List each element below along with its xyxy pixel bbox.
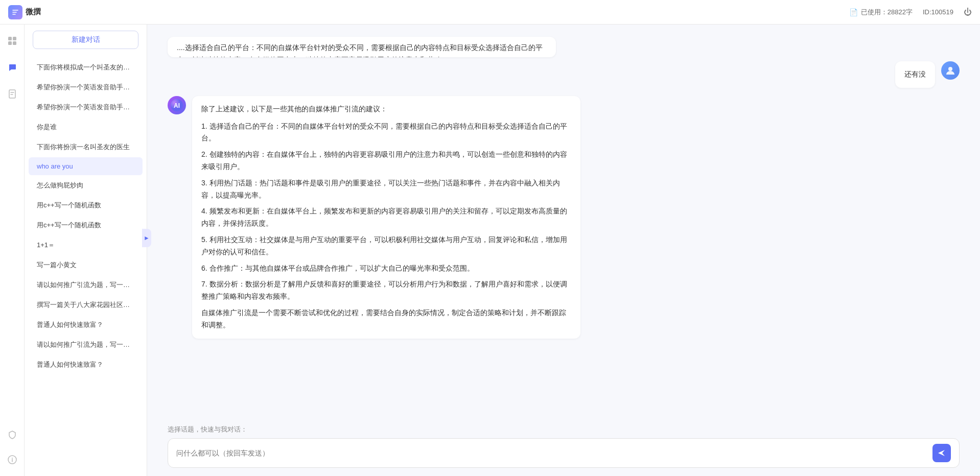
ai-para-6: 6. 合作推广：与其他自媒体平台或品牌合作推广，可以扩大自己的曝光率和受众范围。 — [201, 263, 571, 275]
sidebar-item-15[interactable]: 请以如何推广引流为题，写一篇大纲 — [29, 335, 143, 354]
new-conversation-button[interactable]: 新建对话 — [33, 31, 138, 49]
svg-text:AI: AI — [174, 102, 180, 109]
user-message-bubble: 还有没 — [895, 61, 935, 88]
topbar-logo: 微撰 — [8, 5, 41, 19]
sidebar-item-1[interactable]: 下面你将模拟成一个叫圣友的程序员，我说... — [29, 58, 143, 77]
sidebar-item-10[interactable]: 1+1＝ — [29, 235, 143, 255]
user-id: ID:100519 — [923, 8, 953, 16]
usage-info: 📄 已使用：28822字 — [849, 8, 913, 17]
sidebar: 新建对话 下面你将模拟成一个叫圣友的程序员，我说... 希望你扮演一个英语发音助… — [25, 25, 147, 476]
logo-icon — [8, 5, 22, 19]
ai-para-4: 4. 频繁发布和更新：在自媒体平台上，频繁发布和更新的内容更容易吸引用户的关注和… — [201, 205, 571, 230]
chat-messages: ....选择适合自己的平台：不同的自媒体平台针对的受众不同，需要根据自己的内容特… — [147, 25, 980, 419]
svg-point-7 — [948, 67, 952, 71]
ai-para-8: 自媒体推广引流是一个需要不断尝试和优化的过程，需要结合自身的实际情况，制定合适的… — [201, 307, 571, 331]
usage-text: 已使用：28822字 — [861, 8, 913, 17]
sidebar-item-16[interactable]: 普通人如何快速致富？ — [29, 355, 143, 374]
nav-chat[interactable] — [4, 59, 20, 76]
ai-para-7: 7. 数据分析：数据分析是了解用户反馈和喜好的重要途径，可以分析用户行为和数据，… — [201, 278, 571, 303]
partial-message: ....选择适合自己的平台：不同的自媒体平台针对的受众不同，需要根据自己的内容特… — [147, 33, 980, 57]
sidebar-item-14[interactable]: 普通人如何快速致富？ — [29, 315, 143, 335]
doc-icon: 📄 — [849, 8, 858, 16]
app-title: 微撰 — [26, 7, 41, 17]
sidebar-item-12[interactable]: 请以如何推广引流为题，写一篇大纲 — [29, 275, 143, 295]
sidebar-item-11[interactable]: 写一篇小黄文 — [29, 255, 143, 275]
send-button[interactable] — [932, 444, 951, 462]
icon-rail — [0, 25, 25, 476]
chat-input-area: 选择话题，快速与我对话： — [147, 419, 980, 476]
main-layout: 新建对话 下面你将模拟成一个叫圣友的程序员，我说... 希望你扮演一个英语发音助… — [0, 25, 980, 476]
partial-bubble: ....选择适合自己的平台：不同的自媒体平台针对的受众不同，需要根据自己的内容特… — [168, 37, 556, 57]
user-message-text: 还有没 — [904, 70, 926, 78]
svg-rect-2 — [8, 41, 12, 45]
nav-home[interactable] — [4, 33, 20, 49]
sidebar-item-13[interactable]: 撰写一篇关于八大家花园社区一刻钟便民生... — [29, 295, 143, 315]
sidebar-item-6[interactable]: who are you — [29, 157, 143, 175]
input-wrapper — [168, 438, 960, 468]
nav-docs[interactable] — [4, 86, 20, 102]
chat-input[interactable] — [176, 449, 927, 457]
svg-rect-4 — [9, 90, 15, 98]
icon-rail-bottom — [4, 427, 20, 468]
svg-point-6 — [12, 458, 13, 459]
sidebar-item-3[interactable]: 希望你扮演一个英语发音助手，我提供给你... — [29, 98, 143, 117]
chat-area: ....选择适合自己的平台：不同的自媒体平台针对的受众不同，需要根据自己的内容特… — [147, 25, 980, 476]
ai-para-0: 除了上述建议，以下是一些其他的自媒体推广引流的建议： — [201, 103, 571, 115]
ai-para-1: 1. 选择适合自己的平台：不同的自媒体平台针对的受众不同，需要根据自己的内容特点… — [201, 121, 571, 145]
svg-rect-3 — [13, 41, 16, 45]
quick-topics-label: 选择话题，快速与我对话： — [168, 425, 960, 434]
topbar: 微撰 📄 已使用：28822字 ID:100519 ⏻ — [0, 0, 980, 25]
ai-avatar: AI — [168, 96, 186, 114]
sidebar-item-2[interactable]: 希望你扮演一个英语发音助手，我提供给你... — [29, 78, 143, 97]
sidebar-item-4[interactable]: 你是谁 — [29, 117, 143, 137]
ai-para-2: 2. 创建独特的内容：在自媒体平台上，独特的内容更容易吸引用户的注意力和共鸣，可… — [201, 149, 571, 173]
ai-para-5: 5. 利用社交互动：社交媒体是与用户互动的重要平台，可以积极利用社交媒体与用户互… — [201, 234, 571, 258]
nav-info[interactable] — [4, 451, 20, 468]
sidebar-toggle[interactable]: ► — [142, 229, 151, 247]
svg-rect-0 — [8, 37, 12, 40]
topbar-right: 📄 已使用：28822字 ID:100519 ⏻ — [849, 8, 972, 17]
power-icon[interactable]: ⏻ — [964, 8, 972, 17]
sidebar-item-8[interactable]: 用c++写一个随机函数 — [29, 196, 143, 215]
user-avatar — [941, 61, 960, 80]
ai-message-row: AI 除了上述建议，以下是一些其他的自媒体推广引流的建议： 1. 选择适合自己的… — [147, 92, 980, 343]
ai-message-bubble: 除了上述建议，以下是一些其他的自媒体推广引流的建议： 1. 选择适合自己的平台：… — [192, 96, 580, 339]
nav-security[interactable] — [4, 427, 20, 443]
svg-rect-1 — [13, 37, 16, 40]
sidebar-item-7[interactable]: 怎么做狗屁炒肉 — [29, 176, 143, 195]
sidebar-list: 下面你将模拟成一个叫圣友的程序员，我说... 希望你扮演一个英语发音助手，我提供… — [25, 55, 147, 476]
sidebar-item-5[interactable]: 下面你将扮演一名叫圣友的医生 — [29, 137, 143, 157]
sidebar-item-9[interactable]: 用c++写一个随机函数 — [29, 216, 143, 235]
user-message-row: 还有没 — [147, 57, 980, 92]
ai-para-3: 3. 利用热门话题：热门话题和事件是吸引用户的重要途径，可以关注一些热门话题和事… — [201, 177, 571, 202]
